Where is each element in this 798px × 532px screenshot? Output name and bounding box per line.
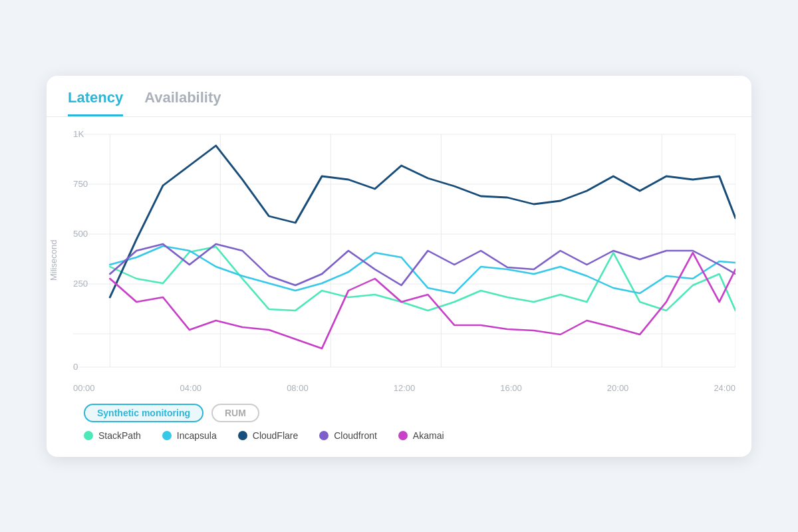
- svg-text:250: 250: [73, 279, 88, 288]
- x-tick-5: 20:00: [607, 383, 629, 393]
- y-axis-label: Milisecond: [47, 128, 73, 393]
- x-tick-6: 24:00: [714, 383, 735, 393]
- series-cloudfront: [110, 244, 735, 285]
- x-axis-labels: 00:00 04:00 08:00 12:00 16:00 20:00 24:0…: [73, 380, 735, 393]
- legend-dot-akamai: [398, 431, 408, 440]
- legend-item-incapsula: Incapsula: [162, 430, 217, 441]
- x-tick-4: 16:00: [500, 383, 522, 393]
- legend-label-cloudfront: Cloudfront: [334, 430, 377, 441]
- legend-item-akamai: Akamai: [398, 430, 444, 441]
- legend-dot-cloudfront: [319, 431, 329, 440]
- x-tick-0: 00:00: [73, 383, 95, 393]
- svg-text:500: 500: [73, 229, 88, 238]
- chart-svg: 1K 750 500 250 0: [73, 128, 735, 380]
- tab-availability[interactable]: Availability: [144, 89, 221, 116]
- legend-pills: Synthetic monitoring RUM: [84, 404, 735, 422]
- tab-bar: Latency Availability: [47, 76, 751, 117]
- x-tick-3: 12:00: [394, 383, 416, 393]
- series-cloudflare: [110, 146, 735, 297]
- x-tick-1: 04:00: [180, 383, 202, 393]
- legend-label-akamai: Akamai: [413, 430, 444, 441]
- legend-dot-stackpath: [84, 431, 93, 440]
- chart-area: Milisecond 1K 750 500 250 0: [47, 117, 751, 393]
- main-card: Latency Availability Milisecond 1K 750 5…: [47, 76, 751, 457]
- svg-text:1K: 1K: [73, 130, 84, 138]
- legend-area: Synthetic monitoring RUM StackPath Incap…: [47, 393, 751, 441]
- svg-text:750: 750: [73, 180, 88, 188]
- legend-label-stackpath: StackPath: [98, 430, 141, 441]
- legend-item-stackpath: StackPath: [84, 430, 141, 441]
- pill-synthetic[interactable]: Synthetic monitoring: [84, 404, 203, 422]
- legend-dot-incapsula: [162, 431, 172, 440]
- chart-svg-wrap: 1K 750 500 250 0: [73, 128, 735, 380]
- pill-rum[interactable]: RUM: [211, 404, 259, 422]
- chart-inner: 1K 750 500 250 0: [73, 128, 735, 393]
- legend-label-incapsula: Incapsula: [177, 430, 217, 441]
- legend-label-cloudflare: CloudFlare: [253, 430, 298, 441]
- legend-dot-cloudflare: [238, 431, 247, 440]
- svg-text:0: 0: [73, 362, 78, 371]
- legend-item-cloudfront: Cloudfront: [319, 430, 377, 441]
- legend-items: StackPath Incapsula CloudFlare Cloudfron…: [84, 430, 735, 441]
- x-tick-2: 08:00: [287, 383, 309, 393]
- tab-latency[interactable]: Latency: [68, 89, 123, 116]
- legend-item-cloudflare: CloudFlare: [238, 430, 298, 441]
